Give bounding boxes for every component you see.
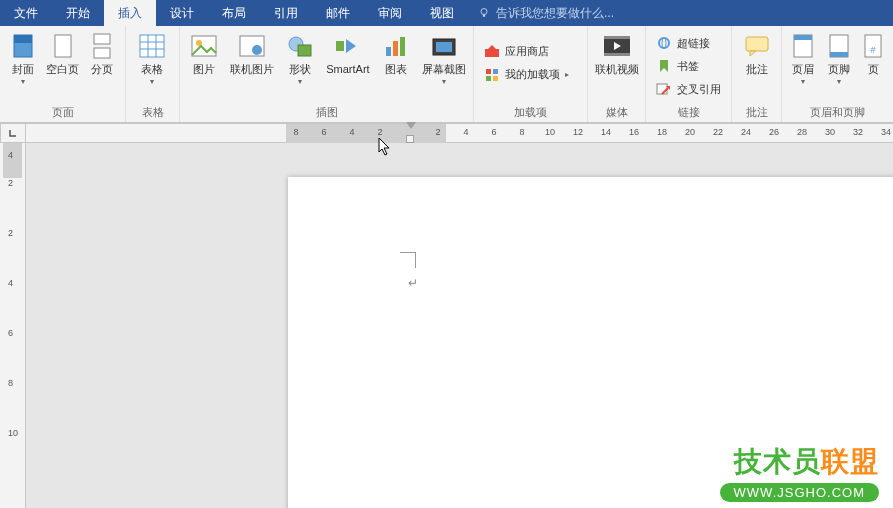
svg-marker-41 (750, 51, 756, 56)
svg-rect-40 (746, 37, 768, 51)
online-pictures-icon (238, 32, 266, 60)
blank-page-icon (49, 32, 77, 60)
margin-corner-marker (400, 252, 416, 268)
group-links-label: 链接 (646, 105, 731, 122)
video-icon (603, 32, 631, 60)
svg-rect-1 (483, 15, 485, 17)
svg-rect-7 (140, 35, 164, 57)
ribbon: 封面▾ 空白页 分页 页面 表格▾ 表格 图片 (0, 26, 893, 123)
svg-rect-22 (400, 37, 405, 56)
shapes-button[interactable]: 形状▾ (281, 30, 318, 85)
cover-page-button[interactable]: 封面▾ (6, 30, 40, 85)
tab-insert[interactable]: 插入 (104, 0, 156, 26)
group-addins-label: 加载项 (474, 105, 587, 122)
svg-rect-28 (493, 69, 498, 74)
svg-rect-6 (94, 48, 110, 58)
svg-rect-30 (493, 76, 498, 81)
screenshot-button[interactable]: 屏幕截图▾ (421, 30, 467, 85)
store-icon (484, 43, 500, 59)
svg-rect-18 (336, 41, 344, 51)
svg-point-36 (662, 38, 666, 48)
tell-me-placeholder: 告诉我您想要做什么... (496, 5, 614, 22)
svg-rect-27 (486, 69, 491, 74)
hyperlink-icon (656, 35, 672, 51)
footer-icon (825, 32, 853, 60)
bookmark-button[interactable]: 书签 (652, 55, 725, 77)
group-illustrations-label: 插图 (180, 105, 473, 122)
tab-stop-icon (8, 128, 18, 138)
svg-text:#: # (870, 45, 875, 55)
tell-me[interactable]: 告诉我您想要做什么... (478, 0, 614, 26)
header-icon (789, 32, 817, 60)
online-video-button[interactable]: 联机视频 (594, 30, 639, 76)
svg-marker-19 (346, 39, 356, 53)
group-comments-label: 批注 (732, 105, 781, 122)
store-button[interactable]: 应用商店 (480, 40, 573, 62)
svg-point-0 (481, 9, 487, 15)
my-addins-button[interactable]: 我的加载项 ▸ (480, 63, 573, 85)
svg-marker-26 (488, 45, 496, 49)
svg-rect-20 (386, 47, 391, 56)
hyperlink-button[interactable]: 超链接 (652, 32, 725, 54)
page-number-button[interactable]: # 页 (860, 30, 886, 76)
lightbulb-icon (478, 7, 490, 19)
svg-marker-37 (660, 60, 668, 72)
tab-bar: 文件 开始 插入 设计 布局 引用 邮件 审阅 视图 告诉我您想要做什么... (0, 0, 893, 26)
tab-view[interactable]: 视图 (416, 0, 468, 26)
tab-design[interactable]: 设计 (156, 0, 208, 26)
tab-review[interactable]: 审阅 (364, 0, 416, 26)
svg-rect-33 (604, 53, 630, 56)
header-button[interactable]: 页眉▾ (788, 30, 818, 85)
comment-button[interactable]: 批注 (738, 30, 775, 76)
svg-rect-45 (830, 52, 848, 57)
svg-point-15 (252, 45, 262, 55)
tab-home[interactable]: 开始 (52, 0, 104, 26)
svg-rect-4 (55, 35, 71, 57)
pictures-button[interactable]: 图片 (186, 30, 223, 76)
smartart-button[interactable]: SmartArt (324, 30, 372, 76)
table-icon (138, 32, 166, 60)
pictures-icon (190, 32, 218, 60)
bookmark-icon (656, 58, 672, 74)
svg-rect-25 (485, 49, 499, 57)
comment-icon (743, 32, 771, 60)
tab-file[interactable]: 文件 (0, 0, 52, 26)
svg-rect-12 (192, 36, 216, 56)
svg-rect-24 (436, 42, 452, 52)
cross-ref-icon (656, 81, 672, 97)
table-button[interactable]: 表格▾ (132, 30, 172, 85)
ruler-corner[interactable] (0, 123, 26, 143)
svg-rect-29 (486, 76, 491, 81)
page-break-button[interactable]: 分页 (85, 30, 119, 76)
page-break-icon (88, 32, 116, 60)
group-media-label: 媒体 (588, 105, 645, 122)
group-pages-label: 页面 (0, 105, 125, 122)
vertical-ruler[interactable]: 42246810 (0, 143, 26, 508)
cover-page-icon (9, 32, 37, 60)
group-headerfooter-label: 页眉和页脚 (782, 105, 892, 122)
online-pictures-button[interactable]: 联机图片 (229, 30, 275, 76)
shapes-icon (286, 32, 314, 60)
svg-point-35 (659, 38, 669, 48)
svg-rect-3 (14, 35, 32, 43)
svg-rect-5 (94, 34, 110, 44)
chart-button[interactable]: 图表 (378, 30, 415, 76)
watermark: 技术员联盟 WWW.JSGHO.COM (720, 443, 879, 502)
group-tables-label: 表格 (126, 105, 179, 122)
paragraph-mark: ↵ (408, 276, 418, 290)
blank-page-button[interactable]: 空白页 (46, 30, 80, 76)
tab-layout[interactable]: 布局 (208, 0, 260, 26)
horizontal-ruler[interactable]: 8642246810121416182022242628303234 (26, 123, 893, 143)
svg-rect-21 (393, 41, 398, 56)
smartart-icon (334, 32, 362, 60)
tab-mailings[interactable]: 邮件 (312, 0, 364, 26)
tab-references[interactable]: 引用 (260, 0, 312, 26)
footer-button[interactable]: 页脚▾ (824, 30, 854, 85)
screenshot-icon (430, 32, 458, 60)
cross-reference-button[interactable]: 交叉引用 (652, 78, 725, 100)
page-number-icon: # (859, 32, 887, 60)
addins-icon (484, 66, 500, 82)
svg-rect-32 (604, 36, 630, 39)
svg-rect-17 (298, 45, 311, 56)
svg-rect-38 (657, 84, 667, 94)
